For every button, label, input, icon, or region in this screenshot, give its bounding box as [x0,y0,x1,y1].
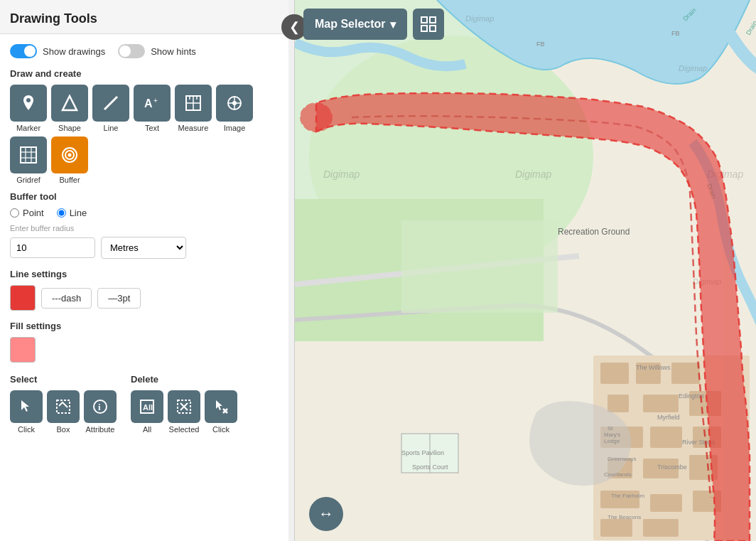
svg-text:i: i [98,402,101,412]
select-click-label: Click [18,425,35,434]
delete-selected-button[interactable]: Selected [168,390,200,434]
svg-rect-87 [430,26,436,31]
gridref-tool-button[interactable]: Gridref [10,136,47,184]
shape-tool-button[interactable]: Shape [51,85,88,132]
delete-click-button[interactable]: Click [205,390,237,434]
radius-input[interactable] [10,237,95,258]
delete-all-button[interactable]: All All [131,390,163,434]
buffer-point-label: Point [23,208,44,218]
measure-tool-button[interactable]: Measure [175,85,212,132]
show-hints-toggle[interactable]: Show hints [118,44,196,58]
svg-text:Digimap: Digimap [465,14,494,23]
select-click-icon [10,390,43,423]
svg-text:Greenways: Greenways [608,456,636,462]
svg-rect-36 [600,363,629,384]
dash-style-button[interactable]: ---dash [41,288,92,309]
svg-text:All: All [143,403,153,412]
select-delete-section: Select Click [10,374,284,434]
show-drawings-toggle[interactable]: Show drawings [10,44,105,58]
tools-grid: Marker Shape Line A [10,85,284,132]
marker-label: Marker [16,124,40,132]
delete-title: Delete [131,374,237,385]
svg-rect-38 [671,363,700,384]
map-selector-button[interactable]: Map Selector ▾ [303,9,407,40]
buffer-tool-title: Buffer tool [10,191,284,202]
svg-text:FB: FB [671,30,680,37]
svg-rect-53 [401,220,558,313]
image-label: Image [224,124,246,132]
text-icon: A + [134,85,171,122]
svg-text:Lodge: Lodge [604,438,620,444]
fill-color-swatch[interactable] [10,337,36,363]
buffer-radio-group: Point Line [10,208,284,218]
svg-rect-85 [430,17,436,23]
grid-icon [421,16,436,32]
unit-select[interactable]: Metres Kilometres Miles Feet [101,237,186,259]
svg-text:Digimap: Digimap [515,168,552,180]
buffer-point-radio[interactable]: Point [10,208,44,218]
select-buttons-row: Click Box [10,390,117,434]
svg-rect-43 [650,427,682,448]
gridref-icon [10,136,47,173]
delete-click-label: Click [212,425,230,434]
svg-rect-51 [600,519,632,537]
svg-text:The Willows: The Willows [636,364,671,371]
image-tool-button[interactable]: Image [216,85,253,132]
svg-text:Digimap: Digimap [679,64,707,73]
map-selector-dropdown-icon: ▾ [390,18,396,31]
buffer-tool-button[interactable]: Buffer [51,136,88,184]
svg-text:+: + [153,97,158,105]
fill-settings-row [10,337,284,363]
svg-rect-49 [650,494,682,512]
grid-button[interactable] [413,9,444,40]
svg-rect-52 [643,519,679,537]
map-area[interactable]: Recreation Ground The Willows Edington M… [295,0,756,541]
show-drawings-label: Show drawings [43,46,105,57]
delete-selected-icon [168,390,200,423]
show-hints-label: Show hints [151,46,196,57]
select-attribute-icon: i [84,390,117,423]
measure-label: Measure [178,124,209,132]
svg-text:A: A [144,97,153,109]
select-click-button[interactable]: Click [10,390,43,434]
delete-all-label: All [143,425,151,434]
marker-tool-button[interactable]: Marker [10,85,47,132]
panel-content: Show drawings Show hints Draw and create… [0,34,294,541]
buffer-line-radio[interactable]: Line [57,208,87,218]
buffer-label: Buffer [59,176,80,184]
map-background: Recreation Ground The Willows Edington M… [295,0,756,541]
pan-icon: ↔ [318,505,334,523]
svg-point-20 [68,154,72,157]
line-color-swatch[interactable] [10,285,36,311]
svg-text:Recreation Ground: Recreation Ground [558,227,630,237]
select-box-button[interactable]: Box [47,390,80,434]
svg-rect-84 [421,17,427,23]
svg-text:Mary's: Mary's [604,432,620,438]
panel-title: Drawing Tools [10,11,97,26]
line-tool-button[interactable]: Line [92,85,129,132]
scroll-bar[interactable] [288,0,294,541]
buffer-line-label: Line [70,208,87,218]
buffer-point-input[interactable] [10,208,19,218]
delete-selected-label: Selected [169,425,200,434]
svg-text:FB: FB [536,41,545,48]
svg-text:Courtlands: Courtlands [604,471,632,478]
line-settings-title: Line settings [10,269,284,279]
drawing-tools-panel: Drawing Tools ❮ Show drawings Show hints… [0,0,295,541]
buffer-line-input[interactable] [57,208,66,218]
svg-text:The Beacons: The Beacons [608,514,641,520]
pan-button[interactable]: ↔ [309,497,343,531]
select-group: Select Click [10,374,117,434]
thickness-button[interactable]: —3pt [97,288,141,309]
marker-icon [10,85,47,122]
show-hints-switch[interactable] [118,44,145,58]
radius-hint: Enter buffer radius [10,224,284,232]
delete-group: Delete All All [131,374,237,434]
text-tool-button[interactable]: A + Text [134,85,171,132]
show-drawings-switch[interactable] [10,44,37,58]
svg-text:Sports Pavilion: Sports Pavilion [401,449,444,456]
toggles-row: Show drawings Show hints [10,44,284,58]
select-attribute-button[interactable]: i Attribute [84,390,117,434]
select-box-icon [47,390,80,423]
panel-header: Drawing Tools ❮ [0,0,294,34]
